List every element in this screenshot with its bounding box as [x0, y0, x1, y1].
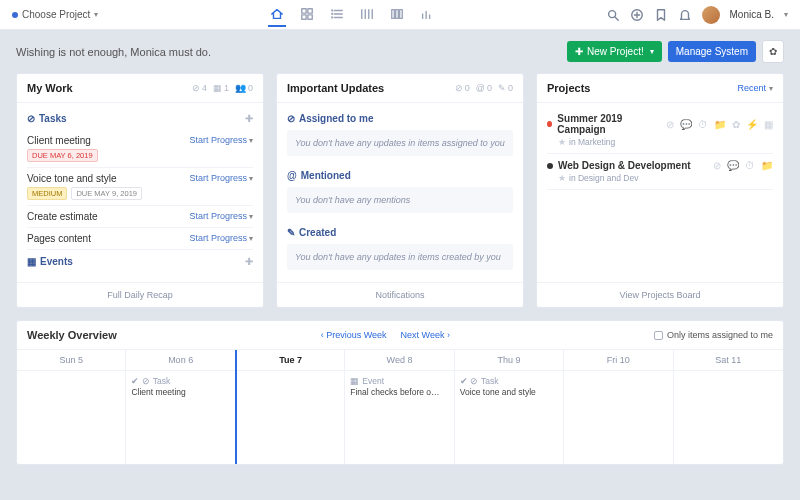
manage-system-button[interactable]: Manage System	[668, 41, 756, 62]
task-row[interactable]: Pages contentStart Progress▾	[27, 227, 253, 249]
tasks-section-header[interactable]: ⊘ Tasks ✚	[27, 107, 253, 130]
new-project-button[interactable]: ✚ New Project! ▾	[567, 41, 662, 62]
task-row[interactable]: Voice tone and styleMEDIUMDUE MAY 9, 201…	[27, 167, 253, 205]
new-project-label: New Project!	[587, 46, 644, 57]
assigned-count-icon: ⊘0	[455, 83, 470, 93]
settings-button[interactable]: ✿	[762, 40, 784, 63]
project-action-icon[interactable]: 📁	[714, 119, 726, 130]
day-header: Thu 9	[455, 350, 563, 371]
projects-title: Projects	[547, 82, 590, 94]
project-item[interactable]: Summer 2019 Campaign⊘💬⏱📁✿⚡▦★in Marketing	[547, 107, 773, 154]
only-mine-label: Only items assigned to me	[667, 330, 773, 340]
my-work-footer[interactable]: Full Daily Recap	[17, 282, 263, 307]
projects-footer[interactable]: View Projects Board	[537, 282, 783, 307]
start-progress-button[interactable]: Start Progress▾	[189, 211, 253, 221]
grid-view-icon[interactable]	[298, 9, 316, 27]
search-icon[interactable]	[606, 8, 620, 22]
add-task-icon[interactable]: ✚	[245, 113, 253, 124]
updates-section-header[interactable]: ✎Created	[287, 221, 513, 244]
day-body	[674, 371, 783, 464]
checkbox-icon	[654, 331, 663, 340]
day-column: Mon 6✔ ⊘TaskClient meeting	[126, 350, 235, 464]
project-item[interactable]: Web Design & Development⊘💬⏱📁★in Design a…	[547, 154, 773, 190]
task-row[interactable]: Client meetingDUE MAY 6, 2019Start Progr…	[27, 130, 253, 167]
timeline-view-icon[interactable]	[358, 9, 376, 27]
task-name: Voice tone and style	[27, 173, 189, 184]
svg-point-9	[332, 17, 333, 18]
updates-title: Important Updates	[287, 82, 384, 94]
tasks-list: Client meetingDUE MAY 6, 2019Start Progr…	[27, 130, 253, 249]
start-progress-button[interactable]: Start Progress▾	[189, 173, 253, 183]
list-view-icon[interactable]	[328, 9, 346, 27]
star-icon[interactable]: ★	[558, 173, 566, 183]
updates-meta: ⊘0 @0 ✎0	[455, 83, 513, 93]
weekly-overview-card: Weekly Overview ‹ Previous Week Next Wee…	[16, 320, 784, 465]
day-body: ✔ ⊘TaskClient meeting	[126, 371, 234, 464]
updates-section-header[interactable]: @Mentioned	[287, 164, 513, 187]
day-column: Thu 9✔ ⊘TaskVoice tone and style	[455, 350, 564, 464]
events-section-header[interactable]: ▦ Events ✚	[27, 249, 253, 273]
view-switcher	[268, 3, 436, 27]
project-action-icon[interactable]: 📁	[761, 160, 773, 171]
add-event-icon[interactable]: ✚	[245, 256, 253, 267]
project-action-icon[interactable]: ⏱	[745, 160, 755, 171]
slogan-text: Wishing is not enough, Monica must do.	[16, 46, 211, 58]
next-week-button[interactable]: Next Week ›	[401, 330, 450, 340]
bookmark-icon[interactable]	[654, 8, 668, 22]
user-name-label: Monica B.	[730, 9, 774, 20]
svg-rect-2	[302, 14, 306, 18]
manage-system-label: Manage System	[676, 46, 748, 57]
item-type-icon: ✔ ⊘	[460, 376, 478, 386]
calendar-icon: ▦	[27, 256, 36, 267]
star-icon[interactable]: ★	[558, 137, 566, 147]
project-picker-label: Choose Project	[22, 9, 90, 20]
project-action-icon[interactable]: ✿	[732, 119, 740, 130]
day-body	[564, 371, 672, 464]
item-text: Voice tone and style	[460, 387, 558, 397]
calendar-item[interactable]: ▦EventFinal checks before o…	[348, 374, 450, 399]
project-action-icon[interactable]: ⊘	[713, 160, 721, 171]
people-count-icon: 👥0	[235, 83, 253, 93]
start-progress-button[interactable]: Start Progress▾	[189, 233, 253, 243]
only-mine-toggle[interactable]: Only items assigned to me	[654, 330, 773, 340]
day-header: Mon 6	[126, 350, 234, 371]
home-view-icon[interactable]	[268, 9, 286, 27]
add-icon[interactable]	[630, 8, 644, 22]
column-view-icon[interactable]	[388, 9, 406, 27]
project-action-icon[interactable]: ⊘	[666, 119, 674, 130]
start-progress-button[interactable]: Start Progress▾	[189, 135, 253, 145]
updates-footer[interactable]: Notifications	[277, 282, 523, 307]
project-action-icon[interactable]: ⚡	[746, 119, 758, 130]
project-subtext: ★in Marketing	[558, 137, 773, 147]
svg-line-21	[614, 16, 618, 20]
project-action-icon[interactable]: ⏱	[698, 119, 708, 130]
project-action-icon[interactable]: 💬	[727, 160, 739, 171]
projects-sort-label: Recent	[737, 83, 766, 93]
svg-rect-0	[302, 8, 306, 12]
prev-week-button[interactable]: ‹ Previous Week	[321, 330, 387, 340]
project-action-icon[interactable]: ▦	[764, 119, 773, 130]
project-action-icon[interactable]: 💬	[680, 119, 692, 130]
my-work-card: My Work ⊘4 ▦1 👥0 ⊘ Tasks ✚ Client meetin…	[16, 73, 264, 308]
user-avatar[interactable]	[702, 6, 720, 24]
task-name: Pages content	[27, 233, 189, 244]
day-header: Sun 5	[17, 350, 125, 371]
svg-rect-1	[308, 8, 312, 12]
bell-icon[interactable]	[678, 8, 692, 22]
section-icon: @	[287, 170, 297, 181]
section-label: Created	[299, 227, 336, 238]
svg-rect-16	[400, 9, 403, 18]
reports-view-icon[interactable]	[418, 9, 436, 27]
task-tag: DUE MAY 6, 2019	[27, 149, 98, 162]
project-picker[interactable]: Choose Project ▾	[12, 9, 98, 20]
user-menu-chevron-icon[interactable]: ▾	[784, 10, 788, 19]
task-row[interactable]: Create estimateStart Progress▾	[27, 205, 253, 227]
calendar-item[interactable]: ✔ ⊘TaskVoice tone and style	[458, 374, 560, 399]
updates-section-header[interactable]: ⊘Assigned to me	[287, 107, 513, 130]
dashboard-header: Wishing is not enough, Monica must do. ✚…	[0, 30, 800, 73]
projects-sort-dropdown[interactable]: Recent ▾	[737, 83, 773, 93]
section-icon: ⊘	[287, 113, 295, 124]
day-column: Fri 10	[564, 350, 673, 464]
day-body: ✔ ⊘TaskVoice tone and style	[455, 371, 563, 464]
calendar-item[interactable]: ✔ ⊘TaskClient meeting	[129, 374, 231, 399]
